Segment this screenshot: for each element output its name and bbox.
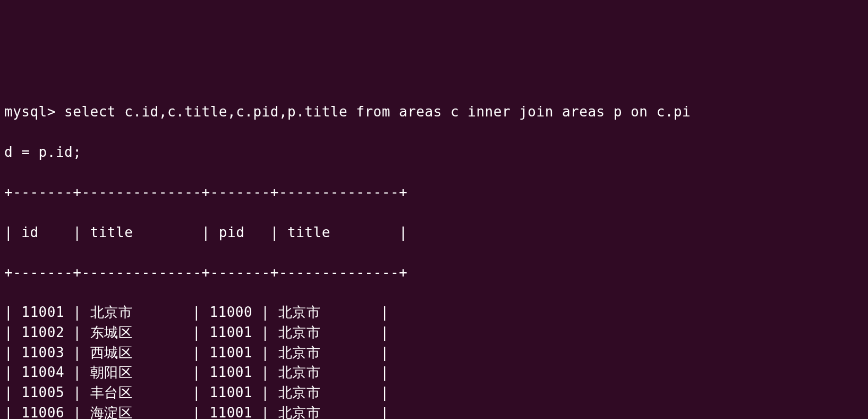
table-row: | 11005 | 丰台区 | 11001 | 北京市 | <box>4 383 864 403</box>
table-row: | 11003 | 西城区 | 11001 | 北京市 | <box>4 343 864 363</box>
sql-query-line: mysql> select c.id,c.title,c.pid,p.title… <box>4 102 864 122</box>
table-top-border: +-------+--------------+-------+--------… <box>4 182 864 203</box>
table-header-border: +-------+--------------+-------+--------… <box>4 263 864 283</box>
sql-query-part2: d = p.id; <box>4 144 81 160</box>
sql-query-line-2: d = p.id; <box>4 143 864 163</box>
sql-query-part1: select c.id,c.title,c.pid,p.title from a… <box>56 104 691 120</box>
terminal-output: mysql> select c.id,c.title,c.pid,p.title… <box>4 82 864 419</box>
table-body: | 11001 | 北京市 | 11000 | 北京市 || 11002 | 东… <box>4 303 864 419</box>
table-row: | 11002 | 东城区 | 11001 | 北京市 | <box>4 323 864 343</box>
table-header-row: | id | title | pid | title | <box>4 223 864 243</box>
table-row: | 11001 | 北京市 | 11000 | 北京市 | <box>4 303 864 323</box>
table-row: | 11004 | 朝阳区 | 11001 | 北京市 | <box>4 363 864 383</box>
mysql-prompt: mysql> <box>4 104 56 120</box>
table-row: | 11006 | 海淀区 | 11001 | 北京市 | <box>4 403 864 419</box>
